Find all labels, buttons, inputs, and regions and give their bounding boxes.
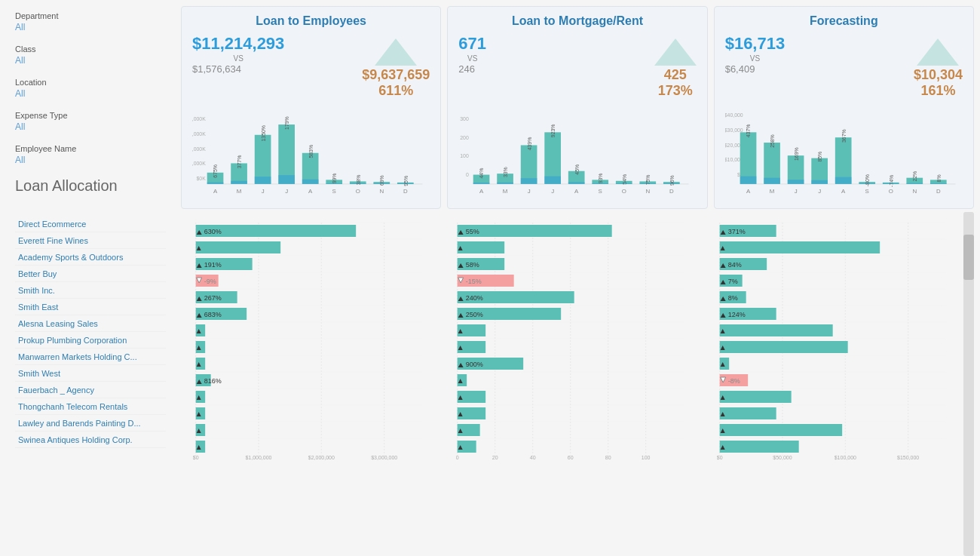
filter-class-label: Class [15,45,166,54]
svg-text:$4,000K: $4,000K [192,116,206,121]
svg-rect-226 [458,374,467,386]
kpi-metrics-1: 671 VS 246 425 173% [458,34,696,99]
svg-rect-137 [196,241,281,253]
company-list-item[interactable]: Smith West [15,365,166,382]
svg-text:69%: 69% [379,175,384,186]
company-list-item[interactable]: Smith Inc. [15,282,166,299]
svg-text:84%: 84% [727,261,741,269]
svg-rect-294 [719,441,798,453]
svg-text:$3,000K: $3,000K [192,131,206,137]
company-list-item[interactable]: Better Buy [15,266,166,282]
svg-text:J: J [552,188,555,195]
svg-text:191%: 191% [204,261,222,269]
svg-rect-219 [458,341,486,353]
svg-text:S: S [332,188,336,195]
svg-text:258%: 258% [770,134,775,148]
svg-text:S: S [865,188,868,195]
svg-rect-156 [196,324,206,336]
filter-class-value[interactable]: All [15,55,166,66]
svg-text:240%: 240% [466,294,483,302]
svg-text:N: N [379,188,384,195]
kpi-delta-0: $9,637,659 [362,67,430,83]
sidebar: Department All Class All Location All Ex… [0,0,181,556]
svg-text:55%: 55% [466,228,479,235]
filter-expense-value[interactable]: All [15,121,166,132]
filter-department-value[interactable]: All [15,22,166,32]
svg-text:$30,000: $30,000 [725,127,743,133]
kpi-pct-0: 611% [378,83,413,99]
svg-rect-232 [458,407,486,419]
svg-rect-272 [719,324,832,336]
svg-rect-33 [350,183,366,184]
svg-text:683%: 683% [204,311,222,318]
alloc-svg-1: 020406080100 55%58%-15%240%250%900% [443,212,698,467]
svg-text:O: O [888,188,893,195]
svg-rect-82 [663,183,680,184]
kpi-vs-2: VS [725,54,786,63]
company-list-item[interactable]: Direct Ecommerce [15,216,166,232]
scrollbar-thumb[interactable] [963,235,974,280]
svg-text:93%: 93% [598,174,603,184]
kpi-panel-2: Forecasting $16,713 VS $6,409 $10,304 16… [714,6,974,209]
kpi-main-value-1: 671 [458,34,486,54]
svg-text:367%: 367% [841,129,846,143]
svg-text:675%: 675% [213,164,219,178]
scrollbar-track[interactable] [963,212,974,556]
bar-chart-0: $4,000K$3,000K$2,000K$1,000K$0K 675%A377… [192,103,430,204]
company-list-item[interactable]: Fauerbach _ Agency [15,382,166,398]
svg-rect-172 [196,407,206,419]
svg-rect-193 [458,225,612,237]
svg-rect-37 [373,183,390,184]
svg-text:$2,000K: $2,000K [192,146,206,152]
svg-rect-124 [930,183,947,184]
company-list-item[interactable]: Everett Fine Wines [15,232,166,249]
bar-chart-1: 3002001000 44%A33%M439%J923%J45%A93%S54%… [458,103,696,204]
svg-text:179%: 179% [284,116,289,130]
company-list-item[interactable]: Manwarren Markets Holding C... [15,349,166,365]
svg-rect-108 [835,177,851,184]
svg-text:A: A [213,188,218,195]
filter-location-value[interactable]: All [15,88,166,99]
svg-text:M: M [769,188,774,195]
svg-rect-9 [207,183,224,184]
svg-text:O: O [356,188,360,195]
svg-rect-58 [521,178,537,184]
svg-rect-175 [196,424,206,436]
company-list-item[interactable]: Lawley and Barends Painting D... [15,415,166,432]
svg-text:D: D [669,188,674,195]
kpi-vs-0: VS [192,54,284,63]
svg-text:439%: 439% [527,137,532,151]
svg-text:$1,000K: $1,000K [192,161,206,166]
filter-location-label: Location [15,78,166,87]
company-list-item[interactable]: Academy Sports & Outdoors [15,249,166,266]
svg-rect-21 [278,175,295,184]
filter-employee-value[interactable]: All [15,155,166,165]
svg-rect-285 [719,391,791,403]
company-list-item[interactable]: Prokup Plumbing Corporation [15,332,166,349]
svg-rect-70 [593,183,609,184]
svg-text:D: D [936,188,941,195]
svg-rect-275 [719,341,847,353]
svg-text:O: O [622,188,626,195]
allocation-title: Loan Allocation [15,177,166,195]
kpi-right-2: $10,304 161% [914,34,963,99]
svg-text:-80%: -80% [865,174,870,186]
kpi-delta-2: $10,304 [914,67,963,83]
filter-employee-label: Employee Name [15,144,166,153]
svg-text:100: 100 [461,153,470,158]
alloc-chart-2: $0$50,000$100,000$150,000 371%84%7%8%124… [705,212,960,556]
company-list-item[interactable]: Smith East [15,299,166,315]
company-list-item[interactable]: Thongchanh Telecom Rentals [15,398,166,415]
company-list-item[interactable]: Alesna Leasing Sales [15,315,166,332]
kpi-right-1: 425 173% [654,34,697,99]
svg-text:-8%: -8% [727,377,740,385]
kpi-vs-1: VS [458,54,486,63]
bar-chart-2: $40,000$30,000$20,000$10,000$0 437%A258%… [725,103,963,204]
alloc-svg-2: $0$50,000$100,000$150,000 371%84%7%8%124… [705,212,960,467]
kpi-panel-0: Loan to Employees $11,214,293 VS $1,576,… [181,6,441,209]
svg-text:M: M [237,188,242,195]
svg-text:N: N [912,188,917,195]
svg-rect-54 [498,183,514,184]
kpi-compare-2: $6,409 [725,63,786,75]
company-list-item[interactable]: Swinea Antiques Holding Corp. [15,432,166,448]
